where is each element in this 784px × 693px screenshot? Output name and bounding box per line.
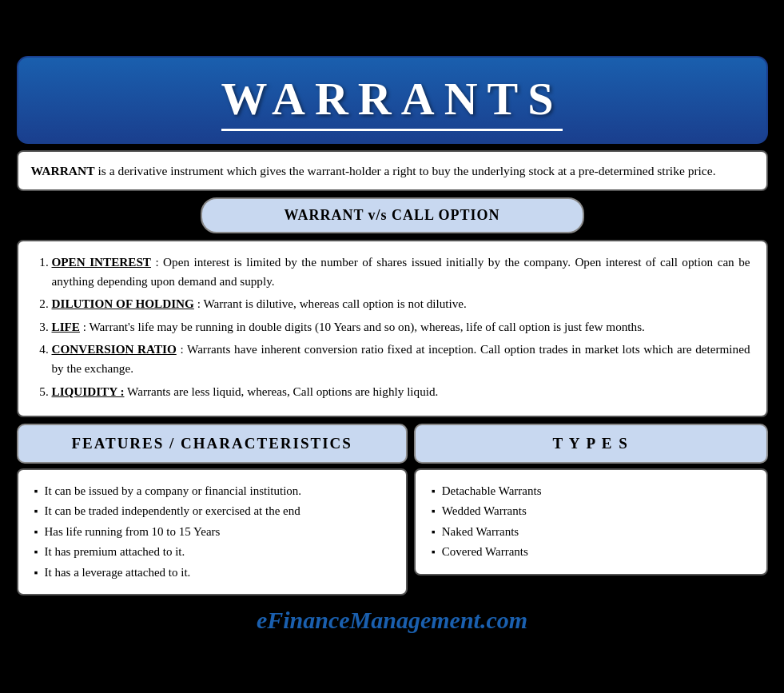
footer-link[interactable]: eFinanceManagement.com (257, 607, 527, 633)
features-content: It can be issued by a company or financi… (17, 468, 408, 596)
comparison-desc-2: Warrant is dilutive, whereas call option… (203, 297, 466, 310)
list-item: LIQUIDITY : Warrants are less liquid, wh… (52, 382, 750, 401)
comparison-desc-5: Warrants are less liquid, whereas, Call … (127, 384, 438, 398)
comparison-term-4: CONVERSION RATIO (52, 342, 177, 356)
type-item-4: Covered Warrants (442, 545, 528, 558)
types-list: Detachable Warrants Wedded Warrants Nake… (428, 481, 754, 563)
list-item: It has premium attached to it. (34, 542, 393, 563)
comparison-term-3: LIFE (52, 320, 80, 333)
comparison-term-5: LIQUIDITY : (52, 384, 125, 398)
comparison-list: OPEN INTEREST : Open interest is limited… (34, 253, 750, 401)
types-header: T Y P E S (414, 424, 768, 464)
comparison-colon-1: : (151, 255, 163, 269)
footer: eFinanceManagement.com (17, 602, 768, 637)
list-item: DILUTION OF HOLDING : Warrant is dilutiv… (52, 294, 750, 313)
feature-item-5: It has a leverage attached to it. (44, 566, 190, 579)
features-list: It can be issued by a company or financi… (31, 481, 393, 583)
definition-term: WARRANT (31, 164, 95, 177)
page: WARRANTS WARRANT is a derivative instrum… (9, 48, 776, 646)
feature-item-2: It can be traded independently or exerci… (44, 504, 300, 517)
title-banner: WARRANTS (17, 56, 768, 144)
comparison-box: OPEN INTEREST : Open interest is limited… (17, 240, 768, 417)
comparison-colon-2: : (194, 297, 204, 310)
type-item-3: Naked Warrants (442, 525, 519, 538)
list-item: Detachable Warrants (432, 481, 754, 502)
comparison-term-1: OPEN INTEREST (52, 255, 151, 269)
feature-item-4: It has premium attached to it. (44, 545, 185, 558)
comparison-colon-3: : (80, 320, 90, 333)
definition-description: is a derivative instrument which gives t… (95, 164, 716, 177)
type-item-2: Wedded Warrants (442, 504, 527, 517)
comparison-colon-4: : (177, 342, 187, 356)
list-item: CONVERSION RATIO : Warrants have inheren… (52, 340, 750, 379)
features-header: FEATURES / CHARACTERISTICS (17, 424, 408, 464)
feature-item-1: It can be issued by a company or financi… (44, 484, 301, 497)
subtitle-text: WARRANT v/s CALL OPTION (284, 207, 499, 223)
list-item: LIFE : Warrant's life may be running in … (52, 317, 750, 337)
type-item-1: Detachable Warrants (442, 484, 542, 497)
comparison-term-2: DILUTION OF HOLDING (52, 297, 194, 310)
page-title: WARRANTS (221, 72, 563, 131)
list-item: Wedded Warrants (432, 501, 754, 522)
list-item: It has a leverage attached to it. (34, 563, 393, 583)
list-item: Has life running from 10 to 15 Years (34, 522, 393, 543)
types-content: Detachable Warrants Wedded Warrants Nake… (414, 468, 768, 576)
definition-box: WARRANT is a derivative instrument which… (17, 150, 768, 191)
list-item: It can be traded independently or exerci… (34, 501, 393, 522)
list-item: OPEN INTEREST : Open interest is limited… (52, 253, 750, 292)
bottom-row: FEATURES / CHARACTERISTICS It can be iss… (17, 424, 768, 596)
feature-item-3: Has life running from 10 to 15 Years (44, 525, 220, 538)
types-column: T Y P E S Detachable Warrants Wedded War… (414, 424, 768, 596)
list-item: Covered Warrants (432, 542, 754, 563)
list-item: Naked Warrants (432, 522, 754, 543)
comparison-desc-3: Warrant's life may be running in double … (90, 320, 645, 333)
subtitle-banner: WARRANT v/s CALL OPTION (201, 197, 584, 233)
list-item: It can be issued by a company or financi… (34, 481, 393, 502)
features-column: FEATURES / CHARACTERISTICS It can be iss… (17, 424, 408, 596)
